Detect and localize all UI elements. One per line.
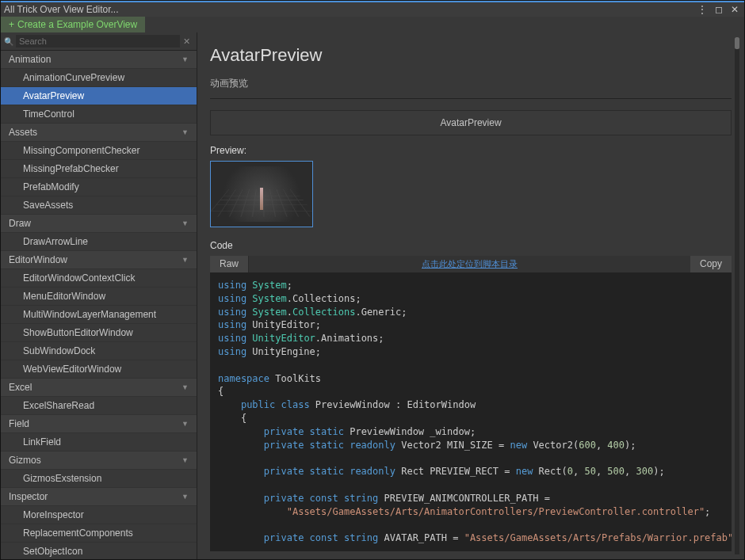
copy-button[interactable]: Copy: [690, 256, 732, 272]
category-excel[interactable]: Excel▼: [1, 379, 197, 397]
category-field[interactable]: Field▼: [1, 415, 197, 433]
sidebar: 🔍 ✕ Animation▼AnimationCurvePreviewAvata…: [1, 32, 197, 559]
menu-icon[interactable]: ⋮: [695, 4, 709, 15]
clear-search-icon[interactable]: ✕: [180, 36, 193, 47]
chevron-down-icon: ▼: [181, 456, 189, 464]
code-tabs: Raw 点击此处定位到脚本目录 Copy: [210, 256, 732, 272]
sidebar-item-replacementcomponents[interactable]: ReplacementComponents: [1, 524, 197, 543]
category-label: Assets: [9, 127, 37, 138]
panel-title: AvatarPreview: [440, 117, 501, 128]
preview-label: Preview:: [210, 145, 732, 156]
maximize-icon[interactable]: ◻: [713, 4, 725, 15]
category-animation[interactable]: Animation▼: [1, 51, 197, 69]
sidebar-item-missingcomponentchecker[interactable]: MissingComponentChecker: [1, 142, 197, 160]
sidebar-item-setobjecticon[interactable]: SetObjectIcon: [1, 543, 197, 559]
chevron-down-icon: ▼: [181, 219, 189, 227]
scrollbar[interactable]: [735, 37, 739, 554]
chevron-down-icon: ▼: [181, 420, 189, 428]
sidebar-item-editorwindowcontextclick[interactable]: EditorWindowContextClick: [1, 269, 197, 288]
create-label: Create a Example OverView: [17, 19, 137, 30]
category-label: Field: [9, 418, 29, 429]
sidebar-item-linkfield[interactable]: LinkField: [1, 433, 197, 451]
page-subtitle: 动画预览: [210, 77, 732, 99]
sidebar-item-gizmosexstension[interactable]: GizmosExstension: [1, 470, 197, 488]
sidebar-item-excelshareread[interactable]: ExcelShareRead: [1, 397, 197, 415]
category-tree: Animation▼AnimationCurvePreviewAvatarPre…: [1, 51, 197, 559]
category-draw[interactable]: Draw▼: [1, 215, 197, 233]
content-panel: AvatarPreview 动画预览 AvatarPreview Preview…: [197, 32, 744, 559]
sidebar-item-moreinspector[interactable]: MoreInspector: [1, 506, 197, 524]
search-row: 🔍 ✕: [1, 32, 197, 51]
category-label: EditorWindow: [9, 254, 67, 265]
sidebar-item-timecontrol[interactable]: TimeControl: [1, 105, 197, 124]
code-label: Code: [210, 240, 732, 251]
page-title: AvatarPreview: [210, 45, 732, 66]
toolbar: + Create a Example OverView: [1, 17, 744, 32]
sidebar-item-prefabmodify[interactable]: PrefabModify: [1, 178, 197, 196]
search-icon: 🔍: [4, 37, 13, 46]
category-label: Animation: [9, 54, 51, 65]
search-input[interactable]: [16, 35, 180, 48]
chevron-down-icon: ▼: [181, 55, 189, 63]
preview-frame[interactable]: [210, 161, 313, 227]
category-label: Gizmos: [9, 455, 41, 466]
sidebar-item-subwindowdock[interactable]: SubWindowDock: [1, 342, 197, 360]
sidebar-item-webvieweditorwindow[interactable]: WebViewEditorWindow: [1, 360, 197, 379]
sidebar-item-multiwindowlayermanagement[interactable]: MultiWindowLayerManagement: [1, 306, 197, 324]
category-gizmos[interactable]: Gizmos▼: [1, 451, 197, 470]
create-overview-button[interactable]: + Create a Example OverView: [1, 17, 145, 32]
category-label: Inspector: [9, 491, 48, 502]
window-controls: ⋮ ◻ ✕: [695, 4, 741, 15]
chevron-down-icon: ▼: [181, 128, 189, 136]
category-label: Draw: [9, 218, 31, 229]
chevron-down-icon: ▼: [181, 383, 189, 391]
locate-script-link[interactable]: 点击此处定位到脚本目录: [249, 256, 690, 272]
sidebar-item-showbuttoneditorwindow[interactable]: ShowButtonEditorWindow: [1, 324, 197, 342]
category-editorwindow[interactable]: EditorWindow▼: [1, 251, 197, 269]
chevron-down-icon: ▼: [181, 256, 189, 264]
titlebar: All Trick Over View Editor... ⋮ ◻ ✕: [1, 1, 744, 17]
category-inspector[interactable]: Inspector▼: [1, 488, 197, 506]
sidebar-item-menueditorwindow[interactable]: MenuEditorWindow: [1, 288, 197, 306]
chevron-down-icon: ▼: [181, 493, 189, 501]
code-block[interactable]: using System; using System.Collections; …: [210, 272, 732, 551]
category-label: Excel: [9, 382, 32, 393]
plus-icon: +: [9, 19, 14, 30]
close-icon[interactable]: ✕: [728, 4, 741, 15]
sidebar-item-animationcurvepreview[interactable]: AnimationCurvePreview: [1, 69, 197, 87]
panel-title-box: AvatarPreview: [210, 110, 732, 135]
sidebar-item-missingprefabchecker[interactable]: MissingPrefabChecker: [1, 160, 197, 178]
sidebar-item-avatarpreview[interactable]: AvatarPreview: [1, 87, 197, 105]
category-assets[interactable]: Assets▼: [1, 124, 197, 142]
sidebar-item-saveassets[interactable]: SaveAssets: [1, 196, 197, 215]
window-title: All Trick Over View Editor...: [4, 4, 119, 15]
raw-tab[interactable]: Raw: [210, 256, 249, 272]
sidebar-item-drawarrowline[interactable]: DrawArrowLine: [1, 233, 197, 251]
